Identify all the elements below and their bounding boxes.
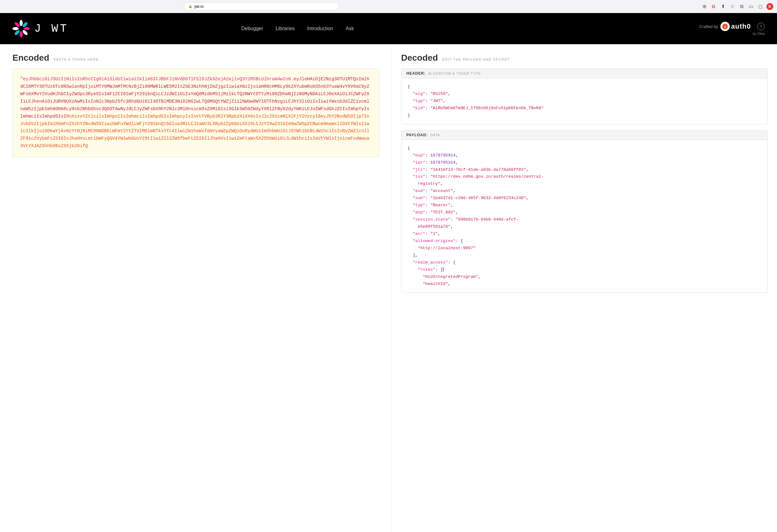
google-icon[interactable]: G [710,3,717,10]
svg-point-5 [14,29,20,36]
profile-icon[interactable]: ◻ [757,3,763,10]
decoded-subtitle: EDIT THE PAYLOAD AND SECRET [442,58,510,61]
payload-section-header: PAYLOAD: DATA [402,130,768,140]
crafted-by-area: Crafted by a auth0 ? by Okta [699,22,765,35]
svg-point-6 [12,27,19,30]
decoded-panel: Decoded EDIT THE PAYLOAD AND SECRET HEAD… [392,44,777,532]
encoded-title: Encoded [12,53,49,63]
logo-text: J WT [34,22,69,35]
svg-point-7 [14,21,20,28]
decoded-title: Decoded [401,53,438,63]
svg-point-1 [22,21,28,28]
encoded-subtitle: PASTE A TOKEN HERE [53,58,99,61]
payload-content[interactable]: { "exp": 1678795914, "iat": 1678795314, … [402,140,768,293]
url-bar[interactable]: 🔒 jwt.io [184,2,339,10]
svg-text:a: a [725,25,726,28]
payload-section: PAYLOAD: DATA { "exp": 1678795914, "iat"… [401,130,768,293]
header: J WT Debugger Libraries Introduction Ask… [0,13,777,44]
browser-chrome: 🔒 jwt.io ⊕ G ⬆ ☆ ⧉ ▭ ◻ K [0,0,777,13]
svg-point-3 [22,29,28,36]
url-text: jwt.io [194,4,204,9]
help-button[interactable]: ? [757,23,765,30]
browser-icons: ⊕ G ⬆ ☆ ⧉ ▭ ◻ K [701,3,773,10]
token-payload-part: eyJleHAiOjE2Nzg3OTU1MTQsImlhdCI6MTY3OTUz… [20,77,369,119]
encoded-token-box[interactable]: "eyJhbGciOiJSUzI1NiIsInR5cCIgOiAiSldUIiw… [12,69,379,157]
decoded-panel-header: Decoded EDIT THE PAYLOAD AND SECRET [401,53,768,63]
auth0-logo: a auth0 [720,22,751,31]
by-okta: by Okta [753,32,765,35]
payload-sublabel: DATA [430,133,440,137]
extension2-icon[interactable]: ⧉ [739,3,745,10]
share-icon[interactable]: ⬆ [720,3,726,10]
svg-point-4 [20,31,23,37]
header-section: HEADER: ALGORITHM & TOKEN TYPE { "alg": … [401,69,768,124]
nav-ask[interactable]: Ask [346,26,354,31]
user-avatar[interactable]: K [766,3,773,10]
nav-debugger[interactable]: Debugger [241,26,263,31]
bookmark-icon[interactable]: ☆ [729,3,735,10]
header-section-header: HEADER: ALGORITHM & TOKEN TYPE [402,69,768,78]
jwt-logo-icon [12,20,30,37]
token-header-part: "eyJhbGciOiJSUzI1NiIsInR5cCIgOiAiSldUIiw… [20,77,294,82]
main-content: Encoded PASTE A TOKEN HERE "eyJhbGciOiJS… [0,44,777,532]
nav-libraries[interactable]: Libraries [275,26,295,31]
lock-icon: 🔒 [188,4,193,8]
header-content[interactable]: { "alg": "RS256", "typ": "JWT", "kid": "… [402,78,768,124]
encoded-panel: Encoded PASTE A TOKEN HERE "eyJhbGciOiJS… [0,44,392,532]
extension-icon[interactable]: ⊕ [701,3,707,10]
nav-introduction[interactable]: Introduction [307,26,333,31]
payload-label: PAYLOAD: [407,133,428,137]
auth0-text: auth0 [731,22,751,30]
cast-icon[interactable]: ▭ [748,3,754,10]
logo-area: J WT [12,20,69,37]
main-nav: Debugger Libraries Introduction Ask [241,26,354,31]
svg-point-0 [20,20,23,26]
crafted-label: Crafted by [699,24,718,29]
auth0-icon: a [720,22,730,31]
svg-point-2 [24,27,30,30]
header-sublabel: ALGORITHM & TOKEN TYPE [428,72,481,75]
token-signature-part: RoXzxvY2tlcilsImhpcCIsImhmcilsImhpdSIsIm… [20,114,369,149]
header-label: HEADER: [407,71,426,76]
encoded-panel-header: Encoded PASTE A TOKEN HERE [12,53,379,63]
